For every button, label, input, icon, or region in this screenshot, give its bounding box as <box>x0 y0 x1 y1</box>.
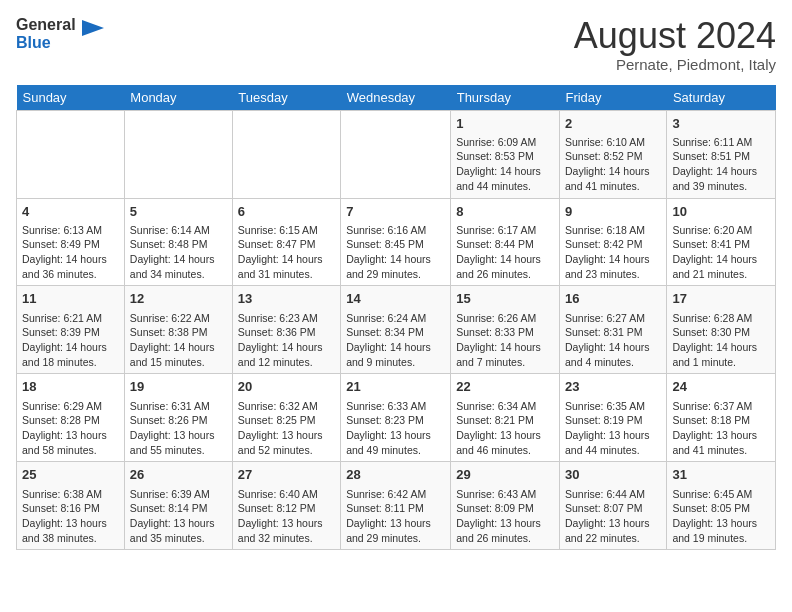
day-info: Sunset: 8:36 PM <box>238 325 335 340</box>
day-info: Daylight: 14 hours and 39 minutes. <box>672 164 770 193</box>
day-info: Sunrise: 6:10 AM <box>565 135 661 150</box>
day-info: Sunset: 8:05 PM <box>672 501 770 516</box>
calendar-cell: 20Sunrise: 6:32 AMSunset: 8:25 PMDayligh… <box>232 374 340 462</box>
calendar-cell: 19Sunrise: 6:31 AMSunset: 8:26 PMDayligh… <box>124 374 232 462</box>
day-info: Sunset: 8:47 PM <box>238 237 335 252</box>
day-info: Sunset: 8:11 PM <box>346 501 445 516</box>
day-number: 25 <box>22 466 119 484</box>
day-info: Sunset: 8:23 PM <box>346 413 445 428</box>
day-number: 1 <box>456 115 554 133</box>
day-info: Sunset: 8:26 PM <box>130 413 227 428</box>
day-info: Sunrise: 6:35 AM <box>565 399 661 414</box>
day-info: Sunrise: 6:38 AM <box>22 487 119 502</box>
day-info: Daylight: 14 hours and 12 minutes. <box>238 340 335 369</box>
day-info: Daylight: 14 hours and 7 minutes. <box>456 340 554 369</box>
day-info: Daylight: 13 hours and 38 minutes. <box>22 516 119 545</box>
day-number: 8 <box>456 203 554 221</box>
day-info: Daylight: 14 hours and 36 minutes. <box>22 252 119 281</box>
day-info: Sunset: 8:41 PM <box>672 237 770 252</box>
day-info: Daylight: 13 hours and 19 minutes. <box>672 516 770 545</box>
day-info: Sunrise: 6:15 AM <box>238 223 335 238</box>
day-info: Sunset: 8:21 PM <box>456 413 554 428</box>
calendar-cell: 31Sunrise: 6:45 AMSunset: 8:05 PMDayligh… <box>667 462 776 550</box>
day-info: Sunset: 8:07 PM <box>565 501 661 516</box>
day-info: Sunset: 8:16 PM <box>22 501 119 516</box>
col-saturday: Saturday <box>667 85 776 111</box>
day-info: Sunrise: 6:16 AM <box>346 223 445 238</box>
day-info: Sunset: 8:51 PM <box>672 149 770 164</box>
day-info: Sunset: 8:18 PM <box>672 413 770 428</box>
day-number: 23 <box>565 378 661 396</box>
day-info: Sunrise: 6:27 AM <box>565 311 661 326</box>
day-number: 11 <box>22 290 119 308</box>
calendar-cell <box>341 110 451 198</box>
day-info: Daylight: 14 hours and 26 minutes. <box>456 252 554 281</box>
day-info: Daylight: 14 hours and 23 minutes. <box>565 252 661 281</box>
day-info: Sunrise: 6:17 AM <box>456 223 554 238</box>
calendar-cell: 3Sunrise: 6:11 AMSunset: 8:51 PMDaylight… <box>667 110 776 198</box>
calendar-cell: 22Sunrise: 6:34 AMSunset: 8:21 PMDayligh… <box>451 374 560 462</box>
day-info: Sunrise: 6:09 AM <box>456 135 554 150</box>
day-info: Sunset: 8:28 PM <box>22 413 119 428</box>
day-info: Sunset: 8:38 PM <box>130 325 227 340</box>
day-info: Sunset: 8:31 PM <box>565 325 661 340</box>
day-info: Sunset: 8:09 PM <box>456 501 554 516</box>
calendar-cell: 13Sunrise: 6:23 AMSunset: 8:36 PMDayligh… <box>232 286 340 374</box>
day-info: Daylight: 14 hours and 4 minutes. <box>565 340 661 369</box>
day-number: 7 <box>346 203 445 221</box>
calendar-cell: 5Sunrise: 6:14 AMSunset: 8:48 PMDaylight… <box>124 198 232 286</box>
calendar-cell: 9Sunrise: 6:18 AMSunset: 8:42 PMDaylight… <box>559 198 666 286</box>
col-tuesday: Tuesday <box>232 85 340 111</box>
day-number: 6 <box>238 203 335 221</box>
day-info: Daylight: 13 hours and 22 minutes. <box>565 516 661 545</box>
day-number: 3 <box>672 115 770 133</box>
logo-general: General <box>16 16 76 34</box>
day-number: 9 <box>565 203 661 221</box>
calendar-cell: 4Sunrise: 6:13 AMSunset: 8:49 PMDaylight… <box>17 198 125 286</box>
day-info: Sunset: 8:25 PM <box>238 413 335 428</box>
day-info: Sunrise: 6:22 AM <box>130 311 227 326</box>
day-number: 21 <box>346 378 445 396</box>
day-number: 10 <box>672 203 770 221</box>
calendar-cell: 17Sunrise: 6:28 AMSunset: 8:30 PMDayligh… <box>667 286 776 374</box>
calendar-cell: 23Sunrise: 6:35 AMSunset: 8:19 PMDayligh… <box>559 374 666 462</box>
day-info: Daylight: 14 hours and 41 minutes. <box>565 164 661 193</box>
day-number: 22 <box>456 378 554 396</box>
day-number: 4 <box>22 203 119 221</box>
day-info: Daylight: 13 hours and 46 minutes. <box>456 428 554 457</box>
calendar-cell: 24Sunrise: 6:37 AMSunset: 8:18 PMDayligh… <box>667 374 776 462</box>
calendar-cell: 18Sunrise: 6:29 AMSunset: 8:28 PMDayligh… <box>17 374 125 462</box>
calendar-cell: 30Sunrise: 6:44 AMSunset: 8:07 PMDayligh… <box>559 462 666 550</box>
day-number: 5 <box>130 203 227 221</box>
day-number: 27 <box>238 466 335 484</box>
calendar-cell: 2Sunrise: 6:10 AMSunset: 8:52 PMDaylight… <box>559 110 666 198</box>
title-block: August 2024 Pernate, Piedmont, Italy <box>574 16 776 73</box>
day-info: Sunset: 8:44 PM <box>456 237 554 252</box>
day-number: 13 <box>238 290 335 308</box>
day-info: Daylight: 13 hours and 32 minutes. <box>238 516 335 545</box>
calendar-cell: 8Sunrise: 6:17 AMSunset: 8:44 PMDaylight… <box>451 198 560 286</box>
logo-text: General Blue <box>16 16 76 51</box>
day-number: 14 <box>346 290 445 308</box>
day-number: 19 <box>130 378 227 396</box>
day-info: Daylight: 14 hours and 18 minutes. <box>22 340 119 369</box>
day-info: Sunrise: 6:23 AM <box>238 311 335 326</box>
day-info: Sunset: 8:30 PM <box>672 325 770 340</box>
day-info: Sunset: 8:48 PM <box>130 237 227 252</box>
day-info: Daylight: 13 hours and 26 minutes. <box>456 516 554 545</box>
day-info: Sunrise: 6:37 AM <box>672 399 770 414</box>
svg-marker-0 <box>82 20 104 36</box>
calendar-week-row: 25Sunrise: 6:38 AMSunset: 8:16 PMDayligh… <box>17 462 776 550</box>
day-number: 12 <box>130 290 227 308</box>
day-number: 26 <box>130 466 227 484</box>
day-info: Sunrise: 6:11 AM <box>672 135 770 150</box>
day-number: 17 <box>672 290 770 308</box>
day-info: Daylight: 13 hours and 52 minutes. <box>238 428 335 457</box>
day-info: Sunset: 8:33 PM <box>456 325 554 340</box>
col-thursday: Thursday <box>451 85 560 111</box>
calendar-cell: 11Sunrise: 6:21 AMSunset: 8:39 PMDayligh… <box>17 286 125 374</box>
day-number: 2 <box>565 115 661 133</box>
logo-blue: Blue <box>16 34 76 52</box>
day-info: Sunrise: 6:40 AM <box>238 487 335 502</box>
day-info: Daylight: 14 hours and 34 minutes. <box>130 252 227 281</box>
